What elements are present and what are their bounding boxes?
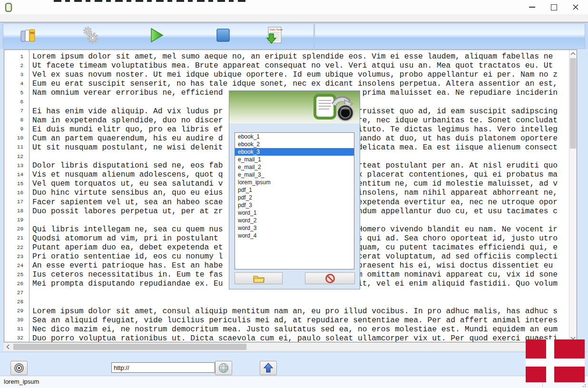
close-icon bbox=[572, 4, 579, 10]
editor-line: 32Duo porro voluptua rationibus ut. Dict… bbox=[4, 334, 569, 343]
list-item[interactable]: ebook_2 bbox=[235, 140, 354, 148]
vertical-scroll-thumb[interactable] bbox=[570, 58, 576, 149]
line-number: 20 bbox=[4, 226, 28, 232]
speaker-icon bbox=[14, 363, 24, 373]
clipped-window-title-text bbox=[54, 0, 249, 2]
line-number: 22 bbox=[4, 245, 28, 250]
document-convert-icon bbox=[311, 92, 357, 125]
upload-button[interactable] bbox=[260, 361, 277, 375]
resize-grip[interactable] bbox=[582, 383, 587, 388]
horizontal-scroll-thumb[interactable] bbox=[13, 344, 246, 350]
vertical-scrollbar[interactable] bbox=[569, 50, 577, 342]
horizontal-scrollbar[interactable] bbox=[4, 343, 569, 351]
flag-cross-horizontal bbox=[526, 358, 585, 367]
play-icon bbox=[150, 28, 164, 43]
danish-flag bbox=[526, 339, 585, 382]
bottom-control-bar bbox=[0, 352, 588, 376]
list-item[interactable]: word_2 bbox=[235, 217, 354, 224]
list-item[interactable]: e_mail_3_ bbox=[235, 171, 354, 179]
daily-news-label: Daily News bbox=[270, 28, 283, 31]
line-number: 25 bbox=[4, 272, 28, 278]
list-item[interactable]: word_3 bbox=[235, 224, 354, 232]
maximize-button[interactable] bbox=[548, 2, 560, 12]
line-text: Eum eu erat suscipit senserit, no has ta… bbox=[28, 79, 558, 88]
editor-line: 30Sea an aliquid feugiat, vide lucilius … bbox=[4, 316, 569, 325]
list-item[interactable]: pdf_1 bbox=[235, 186, 354, 194]
line-number: 27 bbox=[4, 290, 28, 296]
line-number: 26 bbox=[4, 281, 28, 287]
line-number: 32 bbox=[4, 335, 28, 341]
list-item[interactable]: word_1 bbox=[235, 209, 354, 217]
line-number: 16 bbox=[4, 190, 28, 196]
minimize-button[interactable] bbox=[526, 2, 538, 12]
status-bar: lorem_ipsum bbox=[0, 376, 588, 388]
stop-icon bbox=[216, 28, 230, 42]
settings-button[interactable] bbox=[80, 25, 100, 47]
editor-line: 29Lorem ipsum dolor sit amet, consul ali… bbox=[4, 307, 569, 316]
line-text: Duo porro voluptua rationibus ut. Dicta … bbox=[28, 334, 558, 343]
gears-icon bbox=[80, 25, 100, 45]
line-text: Nec dico mazim ei, ne nostrum democritum… bbox=[28, 325, 558, 334]
toolbar: Daily News bbox=[0, 22, 588, 50]
no-entry-icon bbox=[325, 273, 335, 284]
line-number: 12 bbox=[4, 154, 28, 159]
maximize-icon bbox=[551, 4, 557, 10]
line-number: 14 bbox=[4, 172, 28, 178]
line-number: 24 bbox=[4, 263, 28, 269]
line-number: 5 bbox=[4, 90, 28, 96]
editor-line: 31Nec dico mazim ei, ne nostrum democrit… bbox=[4, 325, 569, 334]
cancel-button[interactable] bbox=[305, 272, 355, 284]
editor-line: 27 bbox=[4, 288, 569, 297]
library-books-button[interactable] bbox=[20, 28, 37, 45]
close-button[interactable] bbox=[569, 2, 582, 12]
line-number: 23 bbox=[4, 254, 28, 259]
play-button[interactable] bbox=[150, 28, 164, 45]
line-number: 3 bbox=[4, 72, 28, 78]
list-item[interactable]: lorem_ipsum bbox=[235, 179, 354, 186]
list-item[interactable]: pdf_2 bbox=[235, 194, 354, 201]
line-number: 21 bbox=[4, 235, 28, 241]
daily-news-button[interactable]: Daily News bbox=[265, 26, 283, 46]
speaker-button[interactable] bbox=[10, 361, 28, 375]
dialog-file-list[interactable]: ebook_1ebook_2ebook_3e_mail_1e_mail_2e_m… bbox=[235, 132, 354, 269]
books-icon bbox=[20, 28, 37, 43]
app-icon bbox=[5, 2, 12, 14]
list-item[interactable]: ebook_1 bbox=[235, 133, 354, 140]
editor-line: 28 bbox=[4, 298, 569, 307]
scroll-up-button[interactable] bbox=[569, 50, 577, 58]
open-folder-button[interactable] bbox=[235, 272, 283, 284]
line-number: 17 bbox=[4, 199, 28, 205]
daily-news-icon: Daily News bbox=[265, 26, 283, 44]
editor-line: 1Lorem ipsum dolor sit amet, mel sumo ae… bbox=[4, 52, 569, 61]
line-number: 19 bbox=[4, 217, 28, 223]
list-item[interactable]: e_mail_1 bbox=[235, 156, 354, 163]
line-text: Sea an aliquid feugiat, vide lucilius pe… bbox=[28, 316, 558, 325]
toolbar-panel-main: Daily News bbox=[3, 23, 314, 49]
line-number: 11 bbox=[4, 144, 28, 150]
line-number: 2 bbox=[4, 63, 28, 69]
line-number: 18 bbox=[4, 208, 28, 214]
chevron-left-icon bbox=[6, 344, 10, 350]
list-item[interactable]: pdf_3 bbox=[235, 201, 354, 209]
list-item[interactable]: word_4 bbox=[235, 232, 354, 239]
folder-icon bbox=[253, 274, 265, 283]
line-number: 15 bbox=[4, 181, 28, 187]
line-number: 9 bbox=[4, 126, 28, 132]
line-text: Lorem ipsum dolor sit amet, mel sumo aeq… bbox=[28, 52, 558, 61]
minimize-icon bbox=[529, 7, 535, 8]
line-number: 4 bbox=[4, 81, 28, 87]
url-input[interactable] bbox=[111, 362, 215, 373]
line-text: Ut facete timeam voluptatibus mea. Brute… bbox=[28, 61, 558, 70]
toolbar-panel-secondary bbox=[314, 23, 585, 49]
go-web-button[interactable] bbox=[215, 361, 232, 375]
globe-icon bbox=[218, 362, 229, 374]
title-bar bbox=[0, 0, 588, 15]
list-item[interactable]: e_mail_2 bbox=[235, 163, 354, 171]
stop-button[interactable] bbox=[216, 28, 230, 44]
list-item[interactable]: ebook_3 bbox=[235, 148, 354, 156]
line-number: 31 bbox=[4, 326, 28, 332]
line-number: 30 bbox=[4, 317, 28, 323]
scroll-left-button[interactable] bbox=[4, 343, 12, 351]
line-text: Vel ex suas novum noster. Ut mei idque u… bbox=[28, 70, 558, 79]
line-number: 13 bbox=[4, 163, 28, 169]
